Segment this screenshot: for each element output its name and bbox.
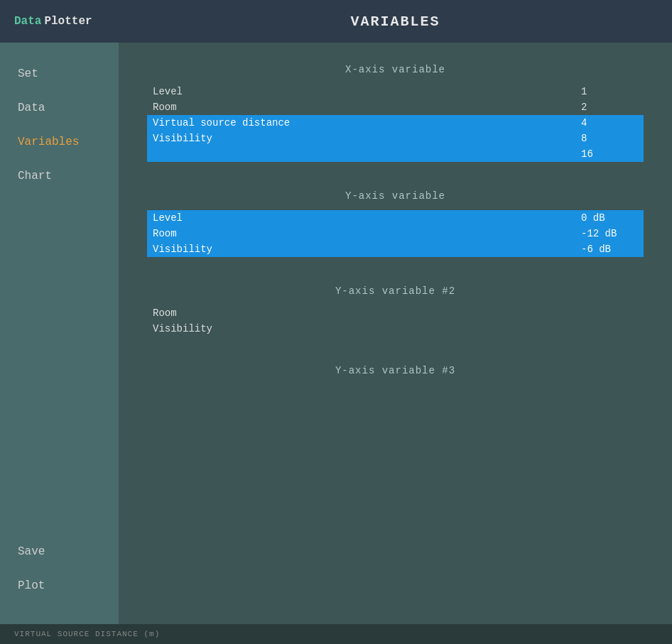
x-axis-value-level: 1 bbox=[581, 86, 638, 97]
x-axis-section: X-axis variable Level 1 Room 2 Virtual s… bbox=[147, 64, 644, 162]
y-axis-2-section: Y-axis variable #2 Room Visibility bbox=[147, 285, 644, 337]
y-axis-value-visibility: -6 dB bbox=[581, 244, 638, 255]
x-axis-name-visibility: Visibility bbox=[153, 133, 581, 144]
logo-data: Data bbox=[14, 15, 41, 28]
logo-plotter: Plotter bbox=[44, 15, 92, 28]
x-axis-value-16: 16 bbox=[581, 148, 638, 160]
x-axis-row-visibility[interactable]: Visibility 8 bbox=[147, 131, 644, 146]
sidebar: Set Data Variables Chart Save Plot bbox=[0, 43, 119, 624]
y-axis-3-title: Y-axis variable #3 bbox=[147, 365, 644, 376]
main-layout: Set Data Variables Chart Save Plot X-axi… bbox=[0, 43, 672, 624]
status-text: VIRTUAL SOURCE DISTANCE (m) bbox=[14, 630, 160, 638]
x-axis-name-vsd: Virtual source distance bbox=[153, 117, 581, 129]
page-title: VARIABLES bbox=[133, 13, 658, 30]
y-axis-name-room: Room bbox=[153, 228, 581, 239]
y-axis-row-level[interactable]: Level 0 dB bbox=[147, 210, 644, 226]
sidebar-item-data[interactable]: Data bbox=[0, 91, 119, 125]
status-bar: VIRTUAL SOURCE DISTANCE (m) bbox=[0, 624, 672, 644]
y-axis-value-room: -12 dB bbox=[581, 228, 638, 239]
app-header: Data Plotter VARIABLES bbox=[0, 0, 672, 43]
y-axis-2-row-visibility[interactable]: Visibility bbox=[147, 321, 644, 337]
x-axis-value-vsd: 4 bbox=[581, 117, 638, 129]
y-axis-row-visibility[interactable]: Visibility -6 dB bbox=[147, 241, 644, 257]
y-axis-2-title: Y-axis variable #2 bbox=[147, 285, 644, 297]
y-axis-2-list: Room Visibility bbox=[147, 305, 644, 337]
sidebar-item-set[interactable]: Set bbox=[0, 57, 119, 91]
y-axis-title: Y-axis variable bbox=[147, 190, 644, 202]
x-axis-value-room: 2 bbox=[581, 102, 638, 113]
y-axis-2-row-room[interactable]: Room bbox=[147, 305, 644, 321]
y-axis-name-level: Level bbox=[153, 212, 581, 224]
sidebar-bottom: Save Plot bbox=[0, 535, 119, 610]
x-axis-value-visibility: 8 bbox=[581, 133, 638, 144]
sidebar-item-chart[interactable]: Chart bbox=[0, 159, 119, 193]
sidebar-item-variables[interactable]: Variables bbox=[0, 125, 119, 159]
x-axis-name-level: Level bbox=[153, 86, 581, 97]
sidebar-item-save[interactable]: Save bbox=[0, 535, 119, 569]
sidebar-item-plot[interactable]: Plot bbox=[0, 569, 119, 603]
x-axis-row-16[interactable]: 16 bbox=[147, 146, 644, 162]
x-axis-row-level[interactable]: Level 1 bbox=[147, 84, 644, 99]
y-axis-3-section: Y-axis variable #3 bbox=[147, 365, 644, 376]
y-axis-section: Y-axis variable Level 0 dB Room -12 dB V… bbox=[147, 190, 644, 257]
x-axis-row-room[interactable]: Room 2 bbox=[147, 99, 644, 115]
sidebar-nav: Set Data Variables Chart bbox=[0, 57, 119, 535]
y-axis-name-visibility: Visibility bbox=[153, 244, 581, 255]
y-axis-row-room[interactable]: Room -12 dB bbox=[147, 226, 644, 241]
y-axis-list: Level 0 dB Room -12 dB Visibility -6 dB bbox=[147, 210, 644, 257]
y-axis-2-name-room: Room bbox=[153, 307, 581, 319]
y-axis-value-level: 0 dB bbox=[581, 212, 638, 224]
x-axis-title: X-axis variable bbox=[147, 64, 644, 75]
y-axis-2-name-visibility: Visibility bbox=[153, 323, 581, 334]
x-axis-list: Level 1 Room 2 Virtual source distance 4… bbox=[147, 84, 644, 162]
x-axis-name-room: Room bbox=[153, 102, 581, 113]
content-area: X-axis variable Level 1 Room 2 Virtual s… bbox=[119, 43, 672, 624]
app-logo: Data Plotter bbox=[14, 15, 133, 28]
x-axis-row-vsd[interactable]: Virtual source distance 4 bbox=[147, 115, 644, 131]
